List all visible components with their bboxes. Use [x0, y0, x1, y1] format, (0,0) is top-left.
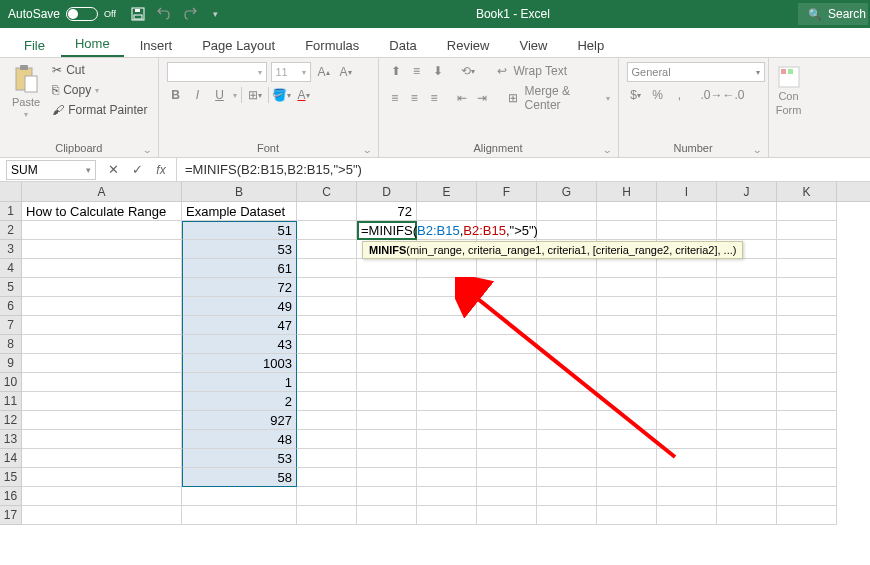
cell[interactable]: [717, 259, 777, 278]
cell[interactable]: [22, 354, 182, 373]
cell[interactable]: [717, 316, 777, 335]
cell[interactable]: =MINIFS(B2:B15,B2:B15,">5"): [357, 221, 417, 240]
cell[interactable]: [537, 202, 597, 221]
col-header[interactable]: H: [597, 182, 657, 201]
cell[interactable]: [777, 278, 837, 297]
copy-button[interactable]: ⎘Copy▾: [50, 82, 149, 98]
tab-insert[interactable]: Insert: [126, 32, 187, 57]
col-header[interactable]: I: [657, 182, 717, 201]
cell[interactable]: [22, 373, 182, 392]
autosave-toggle[interactable]: AutoSave Off: [0, 7, 124, 21]
number-format-select[interactable]: General▾: [627, 62, 765, 82]
cell[interactable]: [357, 411, 417, 430]
fill-color-icon[interactable]: 🪣▾: [273, 86, 291, 104]
cell[interactable]: [717, 506, 777, 525]
cell[interactable]: [717, 202, 777, 221]
cell[interactable]: [777, 449, 837, 468]
cell[interactable]: [717, 487, 777, 506]
cell[interactable]: [717, 411, 777, 430]
redo-icon[interactable]: [182, 6, 198, 22]
conditional-formatting-button[interactable]: Con Form: [777, 62, 801, 120]
cut-button[interactable]: ✂Cut: [50, 62, 149, 78]
font-size-select[interactable]: 11▾: [271, 62, 311, 82]
cell[interactable]: [357, 392, 417, 411]
cell[interactable]: [657, 202, 717, 221]
cell[interactable]: [717, 468, 777, 487]
col-header[interactable]: E: [417, 182, 477, 201]
formula-input[interactable]: =MINIFS(B2:B15,B2:B15,">5"): [177, 162, 870, 177]
font-family-select[interactable]: ▾: [167, 62, 267, 82]
cell[interactable]: [777, 430, 837, 449]
cell[interactable]: [182, 487, 297, 506]
format-painter-button[interactable]: 🖌Format Painter: [50, 102, 149, 118]
cell[interactable]: [297, 221, 357, 240]
row-header[interactable]: 15: [0, 468, 22, 487]
cell[interactable]: [717, 430, 777, 449]
row-header[interactable]: 17: [0, 506, 22, 525]
row-header[interactable]: 5: [0, 278, 22, 297]
cell[interactable]: [297, 468, 357, 487]
tab-data[interactable]: Data: [375, 32, 430, 57]
cell[interactable]: 48: [182, 430, 297, 449]
cell[interactable]: [357, 278, 417, 297]
underline-button[interactable]: U: [211, 86, 229, 104]
save-icon[interactable]: [130, 6, 146, 22]
cell[interactable]: 51: [182, 221, 297, 240]
row-header[interactable]: 11: [0, 392, 22, 411]
cell[interactable]: [777, 259, 837, 278]
align-right-icon[interactable]: ≡: [426, 89, 443, 107]
cell[interactable]: [777, 202, 837, 221]
cell[interactable]: [777, 487, 837, 506]
cell[interactable]: 1: [182, 373, 297, 392]
row-header[interactable]: 1: [0, 202, 22, 221]
cell[interactable]: [357, 297, 417, 316]
cell[interactable]: [537, 221, 597, 240]
cell[interactable]: [297, 240, 357, 259]
cell[interactable]: [417, 259, 477, 278]
cell[interactable]: [597, 221, 657, 240]
row-header[interactable]: 13: [0, 430, 22, 449]
cell[interactable]: [717, 335, 777, 354]
cell[interactable]: 43: [182, 335, 297, 354]
col-header[interactable]: K: [777, 182, 837, 201]
cell[interactable]: [777, 335, 837, 354]
orientation-icon[interactable]: ⟲▾: [459, 62, 477, 80]
increase-font-icon[interactable]: A▴: [315, 63, 333, 81]
tab-view[interactable]: View: [505, 32, 561, 57]
cell[interactable]: [297, 411, 357, 430]
cell[interactable]: [22, 487, 182, 506]
col-header[interactable]: J: [717, 182, 777, 201]
cell[interactable]: [357, 354, 417, 373]
row-header[interactable]: 9: [0, 354, 22, 373]
toggle-switch[interactable]: [66, 7, 98, 21]
cell[interactable]: Example Dataset: [182, 202, 297, 221]
align-middle-icon[interactable]: ≡: [408, 62, 426, 80]
cell[interactable]: [22, 335, 182, 354]
name-box[interactable]: SUM ▾: [6, 160, 96, 180]
cell[interactable]: [477, 202, 537, 221]
paste-button[interactable]: Paste ▾: [8, 62, 44, 140]
cell[interactable]: [297, 506, 357, 525]
tab-file[interactable]: File: [10, 32, 59, 57]
row-header[interactable]: 2: [0, 221, 22, 240]
cell[interactable]: 927: [182, 411, 297, 430]
cell[interactable]: [297, 278, 357, 297]
align-bottom-icon[interactable]: ⬇: [429, 62, 447, 80]
italic-button[interactable]: I: [189, 86, 207, 104]
col-header[interactable]: F: [477, 182, 537, 201]
tab-review[interactable]: Review: [433, 32, 504, 57]
cell[interactable]: [357, 335, 417, 354]
tab-formulas[interactable]: Formulas: [291, 32, 373, 57]
cell[interactable]: [182, 506, 297, 525]
cell[interactable]: [357, 316, 417, 335]
cell[interactable]: 72: [182, 278, 297, 297]
cell[interactable]: [777, 316, 837, 335]
cell[interactable]: [477, 259, 537, 278]
cell[interactable]: How to Calculate Range: [22, 202, 182, 221]
row-header[interactable]: 14: [0, 449, 22, 468]
font-color-icon[interactable]: A▾: [295, 86, 313, 104]
cell[interactable]: [357, 506, 417, 525]
cell[interactable]: [22, 411, 182, 430]
decrease-indent-icon[interactable]: ⇤: [454, 89, 471, 107]
chevron-down-icon[interactable]: ▾: [86, 165, 91, 175]
